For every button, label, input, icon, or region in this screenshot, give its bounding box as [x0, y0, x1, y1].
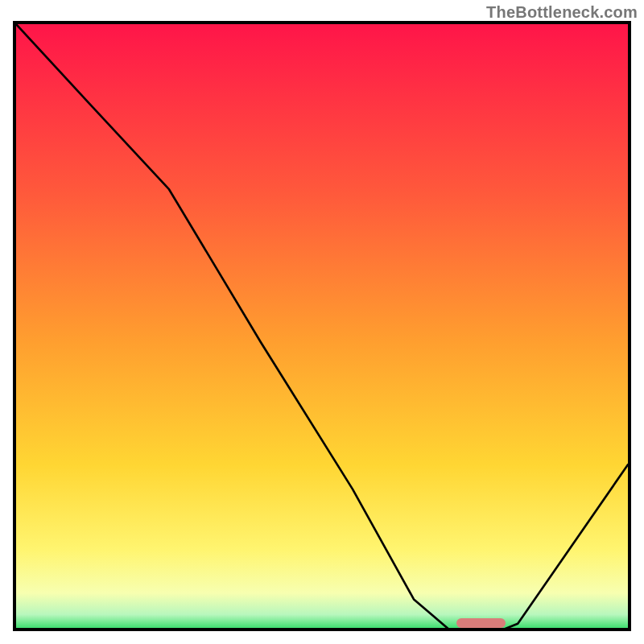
watermark-text: TheBottleneck.com: [486, 3, 638, 22]
chart-plot-area: [13, 21, 631, 631]
optimal-range-marker: [456, 618, 506, 628]
bottleneck-curve-path: [16, 24, 628, 631]
chart-curve: [16, 24, 628, 631]
